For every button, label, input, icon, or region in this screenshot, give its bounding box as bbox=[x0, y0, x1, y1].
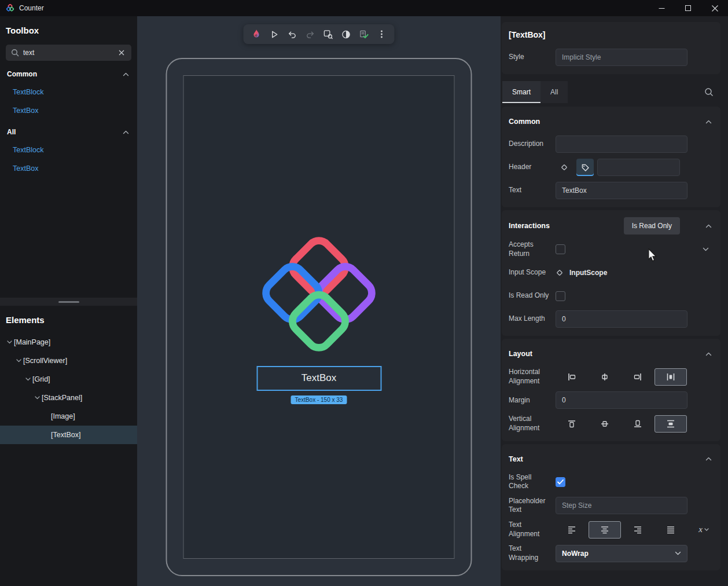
header-binding-button[interactable] bbox=[556, 159, 573, 176]
section-text: Text Is Spell Check Placeholder Text Tex… bbox=[502, 444, 720, 571]
accepts-return-checkbox[interactable] bbox=[556, 244, 565, 254]
element-inspector-icon[interactable] bbox=[322, 28, 334, 41]
align-stretch-vertical-icon[interactable] bbox=[655, 415, 687, 433]
toolbox-search-input[interactable] bbox=[19, 49, 117, 57]
toolbox-item-textbox[interactable]: TextBox bbox=[0, 101, 137, 120]
app-window: Counter Toolbox bbox=[0, 0, 728, 586]
tree-item-mainpage[interactable]: [MainPage] bbox=[0, 333, 137, 351]
is-read-only-checkbox[interactable] bbox=[556, 291, 565, 301]
section-common-header[interactable]: Common bbox=[509, 113, 714, 130]
accepts-return-label: Accepts Return bbox=[509, 240, 556, 258]
section-interactions-header[interactable]: Interactions Is Read Only bbox=[509, 217, 714, 235]
panel-splitter[interactable] bbox=[0, 298, 137, 306]
align-right-icon[interactable] bbox=[622, 368, 654, 386]
play-icon[interactable] bbox=[268, 28, 281, 41]
header-literal-button[interactable] bbox=[576, 159, 594, 176]
chevron-up-icon[interactable] bbox=[705, 352, 712, 356]
toolbox-item-textblock[interactable]: TextBlock bbox=[0, 83, 137, 101]
align-center-vertical-icon[interactable] bbox=[589, 415, 621, 433]
chevron-down-icon[interactable] bbox=[5, 340, 14, 344]
left-panel: Toolbox Common TextBlock TextBox All bbox=[0, 16, 137, 586]
margin-input[interactable] bbox=[556, 391, 687, 409]
toolbox-search[interactable] bbox=[6, 45, 131, 61]
text-alignment-label: Text Alignment bbox=[509, 521, 556, 539]
toolbox-item-textblock[interactable]: TextBlock bbox=[0, 141, 137, 159]
description-input[interactable] bbox=[556, 135, 687, 153]
tree-item-label: [StackPanel] bbox=[42, 394, 82, 402]
section-text-title: Text bbox=[509, 455, 523, 463]
x-property-dropdown[interactable]: x bbox=[698, 525, 709, 534]
chevron-up-icon bbox=[123, 72, 129, 76]
toolbox-item-textbox[interactable]: TextBox bbox=[0, 159, 137, 178]
toolbox-section-common-header[interactable]: Common bbox=[0, 65, 137, 83]
input-scope-row: Input Scope InputScope bbox=[509, 264, 714, 281]
design-canvas[interactable]: TextBox TextBox - 150 x 33 bbox=[137, 16, 501, 586]
tree-item-stackpanel[interactable]: [StackPanel] bbox=[0, 389, 137, 407]
is-spell-check-checkbox[interactable] bbox=[556, 477, 565, 487]
chevron-up-icon[interactable] bbox=[705, 120, 712, 124]
placeholder-text-input[interactable] bbox=[556, 497, 687, 514]
toolbox-panel: Toolbox Common TextBlock TextBox All bbox=[0, 16, 137, 298]
canvas-textbox-element[interactable]: TextBox bbox=[256, 366, 381, 391]
header-label: Header bbox=[509, 163, 556, 172]
diagnostics-check-icon[interactable] bbox=[358, 28, 370, 41]
text-align-center-icon[interactable] bbox=[589, 521, 621, 539]
maximize-button[interactable] bbox=[675, 0, 701, 16]
search-icon bbox=[11, 49, 19, 57]
theme-toggle-icon[interactable] bbox=[340, 28, 352, 41]
text-align-justify-icon[interactable] bbox=[655, 521, 687, 539]
text-align-left-icon[interactable] bbox=[556, 521, 588, 539]
tree-item-textbox[interactable]: [TextBox] bbox=[0, 426, 137, 444]
redo-icon[interactable] bbox=[304, 28, 317, 41]
chevron-up-icon[interactable] bbox=[705, 224, 712, 228]
text-label: Text bbox=[509, 186, 556, 195]
more-options-icon[interactable] bbox=[376, 28, 388, 41]
tab-smart[interactable]: Smart bbox=[502, 81, 541, 103]
tree-item-scrollviewer[interactable]: [ScrollViewer] bbox=[0, 351, 137, 370]
tree-item-image[interactable]: [Image] bbox=[0, 407, 137, 426]
vertical-alignment-row: Vertical Alignment bbox=[509, 415, 714, 433]
device-screen[interactable]: TextBox TextBox - 150 x 33 bbox=[183, 75, 455, 559]
margin-row: Margin bbox=[509, 391, 714, 409]
section-text-header[interactable]: Text bbox=[509, 451, 714, 467]
text-wrapping-select[interactable]: NoWrap bbox=[556, 545, 687, 562]
hot-reload-flame-icon[interactable] bbox=[250, 28, 263, 41]
toolbox-section-all-header[interactable]: All bbox=[0, 123, 137, 141]
align-bottom-icon[interactable] bbox=[622, 415, 654, 433]
max-length-input[interactable] bbox=[556, 310, 687, 328]
splitter-grip bbox=[58, 301, 79, 303]
align-stretch-horizontal-icon[interactable] bbox=[655, 368, 687, 386]
text-align-right-icon[interactable] bbox=[622, 521, 654, 539]
binding-diamond-icon[interactable] bbox=[556, 269, 564, 277]
device-frame: TextBox TextBox - 150 x 33 bbox=[166, 58, 472, 576]
text-input[interactable] bbox=[556, 182, 687, 199]
tree-item-grid[interactable]: [Grid] bbox=[0, 370, 137, 389]
tree-item-label: [Grid] bbox=[32, 375, 50, 383]
style-input[interactable] bbox=[556, 49, 687, 66]
input-scope-value[interactable]: InputScope bbox=[569, 269, 607, 277]
chevron-down-icon[interactable] bbox=[32, 396, 42, 400]
align-top-icon[interactable] bbox=[556, 415, 588, 433]
close-button[interactable] bbox=[701, 0, 728, 16]
tab-all[interactable]: All bbox=[541, 81, 568, 103]
elements-title: Elements bbox=[0, 315, 137, 325]
minimize-button[interactable] bbox=[648, 0, 675, 16]
chevron-down-icon[interactable] bbox=[14, 359, 23, 362]
chevron-down-icon[interactable] bbox=[23, 378, 32, 381]
is-read-only-button[interactable]: Is Read Only bbox=[624, 217, 680, 235]
binding-diamond-icon bbox=[560, 163, 568, 171]
section-interactions: Interactions Is Read Only Accepts Return… bbox=[502, 210, 720, 336]
chevron-up-icon[interactable] bbox=[705, 457, 712, 461]
section-layout-header[interactable]: Layout bbox=[509, 346, 714, 362]
undo-icon[interactable] bbox=[286, 28, 299, 41]
chevron-down-icon[interactable] bbox=[703, 247, 709, 251]
canvas-toolbar bbox=[244, 24, 395, 44]
properties-search-icon[interactable] bbox=[704, 87, 714, 97]
align-center-horizontal-icon[interactable] bbox=[589, 368, 621, 386]
align-left-icon[interactable] bbox=[556, 368, 588, 386]
clear-search-icon[interactable] bbox=[117, 48, 126, 57]
chevron-down-icon bbox=[675, 551, 681, 555]
horizontal-alignment-label: Horizontal Alignment bbox=[509, 368, 556, 386]
placeholder-text-label: Placeholder Text bbox=[509, 497, 556, 515]
header-input[interactable] bbox=[597, 159, 680, 176]
